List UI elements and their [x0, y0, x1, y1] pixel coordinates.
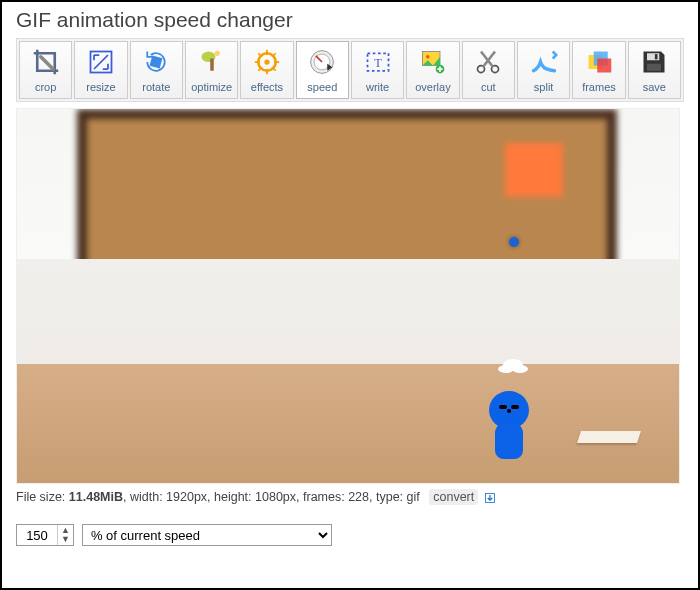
svg-point-6	[264, 59, 269, 64]
cut-button[interactable]: cut	[462, 41, 515, 99]
file-frames-label: , frames:	[296, 490, 348, 504]
write-button[interactable]: T write	[351, 41, 404, 99]
page-title: GIF animation speed changer	[16, 8, 684, 32]
overlay-button[interactable]: overlay	[406, 41, 459, 99]
resize-icon	[86, 47, 116, 77]
save-button[interactable]: save	[628, 41, 681, 99]
frames-icon	[584, 47, 614, 77]
tool-label: split	[534, 81, 554, 93]
figure-character	[485, 385, 533, 459]
tool-label: crop	[35, 81, 56, 93]
speed-controls: ▲▼ % of current speed	[16, 524, 684, 546]
tool-label: save	[643, 81, 666, 93]
frames-button[interactable]: frames	[572, 41, 625, 99]
file-info: File size: 11.48MiB, width: 1920px, heig…	[16, 490, 684, 504]
svg-point-13	[426, 55, 430, 59]
tool-label: cut	[481, 81, 496, 93]
effects-icon	[252, 47, 282, 77]
file-type-value: gif	[407, 490, 420, 504]
save-icon	[639, 47, 669, 77]
download-icon[interactable]	[484, 492, 496, 504]
toolbar: crop resize rotate optimize effects	[16, 38, 684, 102]
resize-button[interactable]: resize	[74, 41, 127, 99]
optimize-icon	[197, 47, 227, 77]
crop-button[interactable]: crop	[19, 41, 72, 99]
svg-point-4	[214, 51, 219, 56]
speed-stepper[interactable]: ▲▼	[57, 525, 73, 545]
tool-label: effects	[251, 81, 283, 93]
crop-icon	[31, 47, 61, 77]
tool-label: rotate	[142, 81, 170, 93]
speed-button[interactable]: speed	[296, 41, 349, 99]
svg-rect-22	[655, 54, 658, 59]
file-type-label: , type:	[369, 490, 407, 504]
tool-label: overlay	[415, 81, 450, 93]
file-height-value: 1080px	[255, 490, 296, 504]
tool-label: frames	[582, 81, 616, 93]
svg-rect-19	[597, 59, 611, 73]
convert-button[interactable]: convert	[429, 489, 478, 505]
optimize-button[interactable]: optimize	[185, 41, 238, 99]
tool-label: resize	[86, 81, 115, 93]
gif-preview	[16, 108, 680, 484]
file-size-value: 11.48MiB	[69, 490, 123, 504]
speed-input[interactable]	[17, 526, 57, 545]
svg-rect-21	[647, 64, 661, 71]
tool-label: write	[366, 81, 389, 93]
speed-icon	[307, 47, 337, 77]
effects-button[interactable]: effects	[240, 41, 293, 99]
rotate-button[interactable]: rotate	[130, 41, 183, 99]
svg-rect-3	[210, 59, 214, 71]
cut-icon	[473, 47, 503, 77]
speed-value-wrapper: ▲▼	[16, 524, 74, 546]
file-height-label: , height:	[207, 490, 255, 504]
svg-text:T: T	[374, 56, 382, 70]
file-frames-value: 228	[348, 490, 369, 504]
file-width-label: , width:	[123, 490, 166, 504]
split-icon	[529, 47, 559, 77]
overlay-icon	[418, 47, 448, 77]
file-size-label: File size:	[16, 490, 69, 504]
speed-unit-select[interactable]: % of current speed	[82, 524, 332, 546]
rotate-icon	[141, 47, 171, 77]
write-icon: T	[363, 47, 393, 77]
file-width-value: 1920px	[166, 490, 207, 504]
split-button[interactable]: split	[517, 41, 570, 99]
tool-label: optimize	[191, 81, 232, 93]
tool-label: speed	[307, 81, 337, 93]
